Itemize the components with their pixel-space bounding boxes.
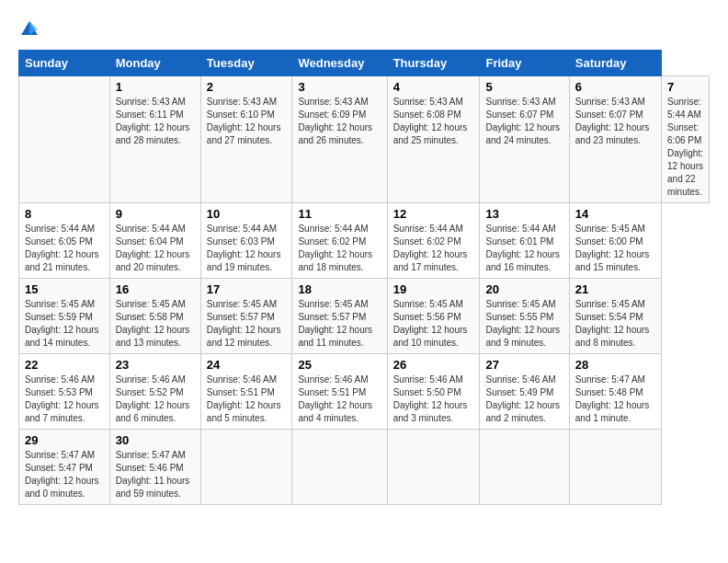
calendar-table: SundayMondayTuesdayWednesdayThursdayFrid…	[18, 50, 710, 505]
empty-cell	[569, 430, 661, 505]
day-cell-15: 15Sunrise: 5:45 AMSunset: 5:59 PMDayligh…	[19, 279, 110, 354]
day-cell-26: 26Sunrise: 5:46 AMSunset: 5:50 PMDayligh…	[387, 354, 480, 430]
week-row-5: 29Sunrise: 5:47 AMSunset: 5:47 PMDayligh…	[19, 430, 710, 505]
day-info-8: Sunrise: 5:44 AMSunset: 6:05 PMDaylight:…	[25, 223, 104, 274]
day-info-4: Sunrise: 5:43 AMSunset: 6:08 PMDaylight:…	[393, 96, 474, 147]
day-number-13: 13	[485, 207, 563, 221]
day-cell-23: 23Sunrise: 5:46 AMSunset: 5:52 PMDayligh…	[109, 354, 200, 430]
day-cell-4: 4Sunrise: 5:43 AMSunset: 6:08 PMDaylight…	[387, 76, 480, 203]
day-cell-3: 3Sunrise: 5:43 AMSunset: 6:09 PMDaylight…	[292, 76, 387, 203]
day-number-2: 2	[207, 80, 287, 94]
day-number-5: 5	[485, 80, 563, 94]
logo-icon	[18, 18, 40, 40]
day-cell-6: 6Sunrise: 5:43 AMSunset: 6:07 PMDaylight…	[569, 76, 661, 203]
day-info-11: Sunrise: 5:44 AMSunset: 6:02 PMDaylight:…	[298, 223, 381, 274]
day-number-18: 18	[298, 282, 381, 296]
day-cell-12: 12Sunrise: 5:44 AMSunset: 6:02 PMDayligh…	[387, 203, 480, 279]
day-info-29: Sunrise: 5:47 AMSunset: 5:47 PMDaylight:…	[25, 449, 104, 500]
day-info-9: Sunrise: 5:44 AMSunset: 6:04 PMDaylight:…	[116, 223, 195, 274]
day-number-6: 6	[575, 80, 655, 94]
day-info-17: Sunrise: 5:45 AMSunset: 5:57 PMDaylight:…	[207, 298, 287, 350]
day-cell-20: 20Sunrise: 5:45 AMSunset: 5:55 PMDayligh…	[480, 279, 569, 354]
day-cell-18: 18Sunrise: 5:45 AMSunset: 5:57 PMDayligh…	[292, 279, 387, 354]
day-cell-5: 5Sunrise: 5:43 AMSunset: 6:07 PMDaylight…	[480, 76, 569, 203]
day-info-30: Sunrise: 5:47 AMSunset: 5:46 PMDaylight:…	[116, 449, 195, 500]
day-number-21: 21	[575, 282, 655, 296]
day-number-8: 8	[25, 207, 104, 221]
day-number-7: 7	[667, 80, 703, 94]
day-cell-17: 17Sunrise: 5:45 AMSunset: 5:57 PMDayligh…	[200, 279, 292, 354]
day-number-17: 17	[207, 282, 287, 296]
header-monday: Monday	[109, 51, 200, 76]
day-number-23: 23	[116, 358, 195, 372]
day-number-10: 10	[207, 207, 287, 221]
day-info-23: Sunrise: 5:46 AMSunset: 5:52 PMDaylight:…	[116, 373, 195, 425]
empty-cell	[480, 430, 569, 505]
header-wednesday: Wednesday	[292, 51, 387, 76]
empty-cell	[19, 76, 110, 203]
day-cell-16: 16Sunrise: 5:45 AMSunset: 5:58 PMDayligh…	[109, 279, 200, 354]
day-number-1: 1	[116, 80, 195, 94]
day-info-24: Sunrise: 5:46 AMSunset: 5:51 PMDaylight:…	[207, 373, 287, 425]
day-cell-19: 19Sunrise: 5:45 AMSunset: 5:56 PMDayligh…	[387, 279, 480, 354]
day-info-18: Sunrise: 5:45 AMSunset: 5:57 PMDaylight:…	[298, 298, 381, 350]
day-cell-30: 30Sunrise: 5:47 AMSunset: 5:46 PMDayligh…	[109, 430, 200, 505]
day-cell-25: 25Sunrise: 5:46 AMSunset: 5:51 PMDayligh…	[292, 354, 387, 430]
day-cell-10: 10Sunrise: 5:44 AMSunset: 6:03 PMDayligh…	[200, 203, 292, 279]
day-info-19: Sunrise: 5:45 AMSunset: 5:56 PMDaylight:…	[393, 298, 474, 350]
day-info-25: Sunrise: 5:46 AMSunset: 5:51 PMDaylight:…	[298, 373, 381, 425]
day-info-28: Sunrise: 5:47 AMSunset: 5:48 PMDaylight:…	[575, 373, 655, 425]
day-cell-7: 7Sunrise: 5:44 AMSunset: 6:06 PMDaylight…	[662, 76, 710, 203]
day-number-4: 4	[393, 80, 474, 94]
day-cell-24: 24Sunrise: 5:46 AMSunset: 5:51 PMDayligh…	[200, 354, 292, 430]
day-number-20: 20	[485, 282, 563, 296]
day-info-10: Sunrise: 5:44 AMSunset: 6:03 PMDaylight:…	[207, 223, 287, 274]
day-cell-14: 14Sunrise: 5:45 AMSunset: 6:00 PMDayligh…	[569, 203, 661, 279]
day-info-26: Sunrise: 5:46 AMSunset: 5:50 PMDaylight:…	[393, 373, 474, 425]
day-number-24: 24	[207, 358, 287, 372]
day-number-16: 16	[116, 282, 195, 296]
day-info-2: Sunrise: 5:43 AMSunset: 6:10 PMDaylight:…	[207, 96, 287, 147]
day-info-15: Sunrise: 5:45 AMSunset: 5:59 PMDaylight:…	[25, 298, 104, 350]
day-info-6: Sunrise: 5:43 AMSunset: 6:07 PMDaylight:…	[575, 96, 655, 147]
day-info-12: Sunrise: 5:44 AMSunset: 6:02 PMDaylight:…	[393, 223, 474, 274]
day-cell-11: 11Sunrise: 5:44 AMSunset: 6:02 PMDayligh…	[292, 203, 387, 279]
header-saturday: Saturday	[569, 51, 661, 76]
day-cell-1: 1Sunrise: 5:43 AMSunset: 6:11 PMDaylight…	[109, 76, 200, 203]
week-row-3: 15Sunrise: 5:45 AMSunset: 5:59 PMDayligh…	[19, 279, 710, 354]
day-number-14: 14	[575, 207, 655, 221]
day-info-5: Sunrise: 5:43 AMSunset: 6:07 PMDaylight:…	[485, 96, 563, 147]
day-info-27: Sunrise: 5:46 AMSunset: 5:49 PMDaylight:…	[485, 373, 563, 425]
day-cell-27: 27Sunrise: 5:46 AMSunset: 5:49 PMDayligh…	[480, 354, 569, 430]
day-number-9: 9	[116, 207, 195, 221]
empty-cell	[387, 430, 480, 505]
day-number-3: 3	[298, 80, 381, 94]
logo	[18, 18, 44, 40]
day-info-1: Sunrise: 5:43 AMSunset: 6:11 PMDaylight:…	[116, 96, 195, 147]
day-number-22: 22	[25, 358, 104, 372]
day-info-20: Sunrise: 5:45 AMSunset: 5:55 PMDaylight:…	[485, 298, 563, 350]
day-number-29: 29	[25, 433, 104, 447]
day-number-12: 12	[393, 207, 474, 221]
day-number-26: 26	[393, 358, 474, 372]
day-cell-8: 8Sunrise: 5:44 AMSunset: 6:05 PMDaylight…	[19, 203, 110, 279]
day-number-19: 19	[393, 282, 474, 296]
day-number-30: 30	[116, 433, 195, 447]
day-cell-21: 21Sunrise: 5:45 AMSunset: 5:54 PMDayligh…	[569, 279, 661, 354]
day-cell-29: 29Sunrise: 5:47 AMSunset: 5:47 PMDayligh…	[19, 430, 110, 505]
header-thursday: Thursday	[387, 51, 480, 76]
week-row-2: 8Sunrise: 5:44 AMSunset: 6:05 PMDaylight…	[19, 203, 710, 279]
day-number-15: 15	[25, 282, 104, 296]
header-friday: Friday	[480, 51, 569, 76]
day-info-13: Sunrise: 5:44 AMSunset: 6:01 PMDaylight:…	[485, 223, 563, 274]
day-cell-9: 9Sunrise: 5:44 AMSunset: 6:04 PMDaylight…	[109, 203, 200, 279]
day-cell-22: 22Sunrise: 5:46 AMSunset: 5:53 PMDayligh…	[19, 354, 110, 430]
day-number-27: 27	[485, 358, 563, 372]
day-info-14: Sunrise: 5:45 AMSunset: 6:00 PMDaylight:…	[575, 223, 655, 274]
day-info-16: Sunrise: 5:45 AMSunset: 5:58 PMDaylight:…	[116, 298, 195, 350]
header-tuesday: Tuesday	[200, 51, 292, 76]
day-info-3: Sunrise: 5:43 AMSunset: 6:09 PMDaylight:…	[298, 96, 381, 147]
day-number-11: 11	[298, 207, 381, 221]
header-sunday: Sunday	[19, 51, 110, 76]
empty-cell	[200, 430, 292, 505]
